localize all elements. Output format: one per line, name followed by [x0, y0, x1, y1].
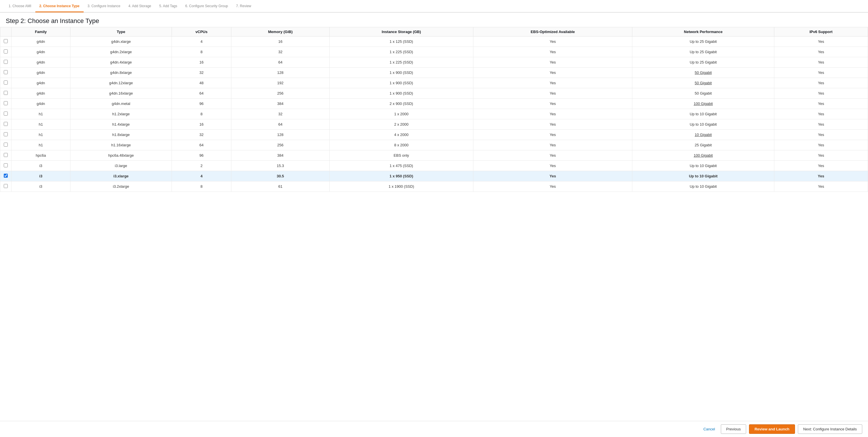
col-header-0	[0, 27, 11, 36]
nav-step-step6[interactable]: 6. Configure Security Group	[181, 0, 232, 12]
row-memory: 32	[231, 47, 330, 57]
row-checkbox[interactable]	[4, 50, 8, 54]
row-checkbox-cell	[0, 171, 11, 181]
row-family: g4dn	[11, 99, 70, 109]
table-row[interactable]: h1h1.4xlarge16642 x 2000YesUp to 10 Giga…	[0, 119, 868, 130]
row-ebs: Yes	[473, 88, 632, 99]
row-ipv6: Yes	[774, 130, 868, 140]
row-family: i3	[11, 181, 70, 192]
row-checkbox[interactable]	[4, 174, 8, 178]
row-type: h1.4xlarge	[70, 119, 172, 130]
row-checkbox[interactable]	[4, 112, 8, 116]
row-ipv6: Yes	[774, 119, 868, 130]
instance-type-table-container: FamilyTypevCPUsMemory (GiB)Instance Stor…	[0, 27, 868, 209]
row-type: g4dn.metal	[70, 99, 172, 109]
row-ipv6: Yes	[774, 171, 868, 181]
table-row[interactable]: g4dng4dn.4xlarge16641 x 225 (SSD)YesUp t…	[0, 57, 868, 68]
row-type: g4dn.16xlarge	[70, 88, 172, 99]
row-ipv6: Yes	[774, 181, 868, 192]
row-ipv6: Yes	[774, 88, 868, 99]
row-checkbox[interactable]	[4, 91, 8, 95]
table-row[interactable]: g4dng4dn.2xlarge8321 x 225 (SSD)YesUp to…	[0, 47, 868, 57]
nav-step-step7[interactable]: 7. Review	[232, 0, 255, 12]
table-row[interactable]: g4dng4dn.8xlarge321281 x 900 (SSD)Yes50 …	[0, 68, 868, 78]
row-memory: 15.3	[231, 161, 330, 171]
table-row[interactable]: hpc6ahpc6a.48xlarge96384EBS onlyYes100 G…	[0, 150, 868, 161]
row-ipv6: Yes	[774, 99, 868, 109]
table-header: FamilyTypevCPUsMemory (GiB)Instance Stor…	[0, 27, 868, 36]
row-memory: 30.5	[231, 171, 330, 181]
row-ebs: Yes	[473, 161, 632, 171]
row-checkbox[interactable]	[4, 101, 8, 105]
row-ipv6: Yes	[774, 161, 868, 171]
table-row[interactable]: i3i3.xlarge430.51 x 950 (SSD)YesUp to 10…	[0, 171, 868, 181]
row-vcpus: 8	[172, 109, 231, 119]
row-family: h1	[11, 109, 70, 119]
row-vcpus: 64	[172, 88, 231, 99]
row-storage: 1 x 950 (SSD)	[330, 171, 473, 181]
row-network: Up to 25 Gigabit	[632, 57, 774, 68]
row-checkbox[interactable]	[4, 132, 8, 136]
table-row[interactable]: i3i3.large215.31 x 475 (SSD)YesUp to 10 …	[0, 161, 868, 171]
col-header-4: Memory (GiB)	[231, 27, 330, 36]
table-row[interactable]: g4dng4dn.16xlarge642561 x 900 (SSD)Yes50…	[0, 88, 868, 99]
row-ipv6: Yes	[774, 47, 868, 57]
row-storage: 1 x 900 (SSD)	[330, 68, 473, 78]
row-network: Up to 10 Gigabit	[632, 161, 774, 171]
row-storage: 1 x 900 (SSD)	[330, 88, 473, 99]
row-type: h1.16xlarge	[70, 140, 172, 150]
table-row[interactable]: g4dng4dn.xlarge4161 x 125 (SSD)YesUp to …	[0, 36, 868, 47]
row-checkbox[interactable]	[4, 122, 8, 126]
row-ebs: Yes	[473, 119, 632, 130]
row-checkbox[interactable]	[4, 39, 8, 43]
row-checkbox-cell	[0, 36, 11, 47]
row-ebs: Yes	[473, 78, 632, 88]
row-checkbox[interactable]	[4, 184, 8, 188]
row-family: h1	[11, 119, 70, 130]
table-row[interactable]: h1h1.2xlarge8321 x 2000YesUp to 10 Gigab…	[0, 109, 868, 119]
row-network: 50 Gigabit	[632, 88, 774, 99]
row-vcpus: 8	[172, 181, 231, 192]
row-checkbox-cell	[0, 161, 11, 171]
nav-step-step1[interactable]: 1. Choose AMI	[5, 0, 35, 12]
table-row[interactable]: i3i3.2xlarge8611 x 1900 (SSD)YesUp to 10…	[0, 181, 868, 192]
row-ebs: Yes	[473, 150, 632, 161]
row-checkbox[interactable]	[4, 153, 8, 157]
nav-step-step2[interactable]: 2. Choose Instance Type	[35, 0, 84, 12]
row-storage: 8 x 2000	[330, 140, 473, 150]
nav-step-step4[interactable]: 4. Add Storage	[124, 0, 155, 12]
row-ipv6: Yes	[774, 150, 868, 161]
row-ebs: Yes	[473, 130, 632, 140]
row-vcpus: 32	[172, 68, 231, 78]
row-checkbox[interactable]	[4, 81, 8, 85]
row-family: g4dn	[11, 36, 70, 47]
nav-step-step3[interactable]: 3. Configure Instance	[84, 0, 124, 12]
row-checkbox-cell	[0, 47, 11, 57]
row-checkbox[interactable]	[4, 143, 8, 147]
row-network: Up to 25 Gigabit	[632, 36, 774, 47]
col-header-6: EBS-Optimized Available	[473, 27, 632, 36]
row-type: i3.large	[70, 161, 172, 171]
row-memory: 64	[231, 119, 330, 130]
row-checkbox[interactable]	[4, 163, 8, 167]
row-ebs: Yes	[473, 171, 632, 181]
row-type: g4dn.2xlarge	[70, 47, 172, 57]
row-storage: 1 x 900 (SSD)	[330, 78, 473, 88]
table-row[interactable]: h1h1.16xlarge642568 x 2000Yes25 GigabitY…	[0, 140, 868, 150]
row-family: i3	[11, 171, 70, 181]
row-memory: 128	[231, 68, 330, 78]
table-row[interactable]: g4dng4dn.metal963842 x 900 (SSD)Yes100 G…	[0, 99, 868, 109]
table-row[interactable]: h1h1.8xlarge321284 x 2000Yes10 GigabitYe…	[0, 130, 868, 140]
row-checkbox-cell	[0, 130, 11, 140]
row-memory: 128	[231, 130, 330, 140]
row-checkbox[interactable]	[4, 70, 8, 74]
row-checkbox[interactable]	[4, 60, 8, 64]
nav-step-step5[interactable]: 5. Add Tags	[155, 0, 181, 12]
row-memory: 192	[231, 78, 330, 88]
row-memory: 61	[231, 181, 330, 192]
row-checkbox-cell	[0, 181, 11, 192]
table-row[interactable]: g4dng4dn.12xlarge481921 x 900 (SSD)Yes50…	[0, 78, 868, 88]
row-vcpus: 16	[172, 57, 231, 68]
col-header-8: IPv6 Support	[774, 27, 868, 36]
row-vcpus: 48	[172, 78, 231, 88]
